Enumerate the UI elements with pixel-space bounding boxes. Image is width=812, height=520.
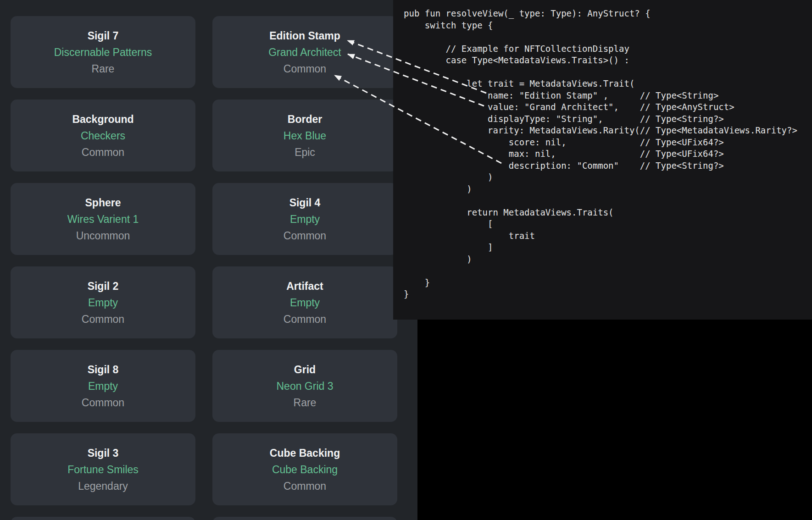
trait-card: Sigil 7 Discernable Patterns Rare [11, 16, 195, 88]
trait-rarity: Uncommon [76, 227, 130, 244]
trait-rarity: Common [82, 394, 124, 411]
trait-name: Sigil 4 [289, 194, 321, 211]
code-panel: pub fun resolveView(_ type: Type): AnySt… [393, 0, 812, 320]
trait-card: Sigil 8 Empty Common [11, 350, 195, 422]
trait-value: Grand Architect [268, 44, 341, 61]
trait-value: Neon Grid 3 [276, 378, 333, 394]
trait-card: Edition Stamp Grand Architect Common [212, 16, 397, 88]
trait-rarity: Common [284, 227, 326, 244]
trait-rarity: Common [284, 61, 326, 77]
trait-name: Edition Stamp [269, 28, 340, 44]
trait-rarity: Common [284, 478, 326, 494]
trait-name: Sigil 2 [88, 278, 119, 294]
trait-name: Sphere [85, 194, 121, 211]
trait-value: Wires Varient 1 [67, 211, 139, 227]
cadence-code-block: pub fun resolveView(_ type: Type): AnySt… [393, 0, 812, 300]
trait-value: Cube Backing [272, 461, 338, 478]
trait-card-partial [212, 517, 397, 520]
trait-card: Artifact Empty Common [212, 266, 397, 338]
trait-name: Background [72, 111, 133, 127]
screen: Sigil 7 Discernable Patterns Rare Editio… [0, 0, 812, 520]
trait-cards-grid: Sigil 7 Discernable Patterns Rare Editio… [11, 16, 397, 520]
trait-card: Sphere Wires Varient 1 Uncommon [11, 183, 195, 255]
trait-name: Border [288, 111, 322, 127]
trait-card: Grid Neon Grid 3 Rare [212, 350, 397, 422]
trait-rarity: Rare [92, 61, 115, 77]
trait-name: Artifact [286, 278, 323, 294]
trait-rarity: Legendary [78, 478, 128, 494]
trait-name: Grid [294, 361, 316, 378]
trait-value: Discernable Patterns [54, 44, 152, 61]
trait-card: Sigil 4 Empty Common [212, 183, 397, 255]
trait-card-partial [11, 517, 195, 520]
trait-name: Sigil 8 [88, 361, 119, 378]
trait-value: Empty [88, 378, 118, 394]
trait-rarity: Common [82, 144, 124, 160]
trait-name: Sigil 3 [88, 445, 119, 461]
trait-value: Empty [290, 211, 320, 227]
trait-card: Sigil 2 Empty Common [11, 266, 195, 338]
trait-card: Background Checkers Common [11, 100, 195, 171]
trait-rarity: Common [82, 311, 124, 327]
trait-value: Empty [290, 294, 320, 311]
trait-card: Sigil 3 Fortune Smiles Legendary [11, 433, 195, 505]
trait-name: Sigil 7 [88, 28, 119, 44]
trait-card: Cube Backing Cube Backing Common [212, 433, 397, 505]
trait-value: Fortune Smiles [67, 461, 139, 478]
trait-value: Hex Blue [284, 127, 326, 144]
trait-rarity: Common [284, 311, 326, 327]
trait-rarity: Rare [294, 394, 317, 411]
traits-panel: Sigil 7 Discernable Patterns Rare Editio… [0, 0, 417, 520]
trait-value: Empty [88, 294, 118, 311]
trait-card: Border Hex Blue Epic [212, 100, 397, 171]
trait-value: Checkers [81, 127, 125, 144]
trait-name: Cube Backing [270, 445, 340, 461]
trait-rarity: Epic [295, 144, 315, 160]
